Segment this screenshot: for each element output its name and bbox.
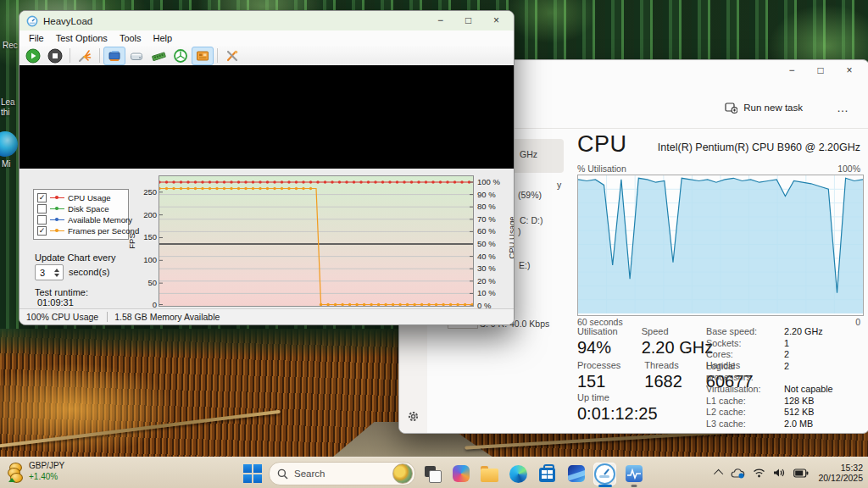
run-new-task-label: Run new task — [743, 103, 803, 113]
status-cpu-usage: 100% CPU Usage — [19, 312, 107, 322]
allocate-memory-icon[interactable] — [147, 47, 170, 65]
battery-icon[interactable] — [793, 469, 809, 478]
desktop-icon-learn-picture[interactable]: Lea — [1, 97, 15, 107]
fps-tick-0: 0 — [133, 300, 157, 309]
stepper-up-icon[interactable] — [54, 269, 59, 272]
minimize-icon[interactable]: − — [426, 12, 454, 30]
cpu-pct-tick-10: 10 % — [477, 288, 511, 297]
minimize-icon[interactable]: − — [777, 64, 806, 76]
widget-ticker-symbol: GBP/JPY — [29, 460, 64, 471]
taskbar-app-edge[interactable] — [507, 463, 530, 485]
render-test-icon[interactable] — [192, 47, 214, 65]
cpu-pct-tick-90: 90 % — [477, 190, 511, 199]
menu-item-tools[interactable]: Tools — [114, 33, 147, 43]
legend-row: ✓CPU Usage — [37, 192, 125, 203]
sidebar-disk0-sub-fragment: ) — [518, 226, 521, 236]
chart-legend: ✓CPU UsageDisk SpaceAvailable Memory✓Fra… — [33, 189, 129, 240]
maximize-icon[interactable]: □ — [806, 64, 835, 76]
cpu-pct-tick-80: 80 % — [477, 202, 511, 211]
more-options-button[interactable]: … — [830, 97, 855, 118]
legend-line-sample — [50, 230, 64, 231]
tray-chevron-up-icon[interactable] — [714, 469, 723, 479]
widgets-button[interactable]: GBP/JPY +1.40% — [7, 460, 64, 482]
spec-value: 2 — [784, 349, 789, 361]
stats-row-3: Up time0:01:12:25 — [577, 392, 658, 424]
cpu-page-title: CPU — [577, 131, 627, 158]
stress-gpu-icon[interactable] — [170, 47, 192, 65]
legend-checkbox[interactable] — [37, 204, 47, 214]
taskbar-app-wallet[interactable] — [565, 463, 587, 485]
spec-label: Logical processors: — [706, 361, 784, 384]
legend-label: CPU Usage — [68, 193, 111, 202]
stop-test-icon[interactable] — [44, 47, 66, 65]
settings-gear-icon[interactable] — [407, 410, 420, 423]
menu-item-file[interactable]: File — [23, 33, 50, 43]
cpu-pct-tick-40: 40 % — [477, 252, 511, 261]
write-disk-icon[interactable] — [125, 47, 147, 65]
settings-tools-icon[interactable] — [221, 47, 243, 65]
taskbar-app-heavyload-active[interactable] — [593, 463, 616, 485]
task-view-button[interactable] — [424, 465, 441, 482]
menu-item-test-options[interactable]: Test Options — [50, 33, 114, 43]
taskbar-app-task-manager[interactable] — [622, 463, 645, 485]
toolbar-separator — [70, 48, 70, 63]
legend-checkbox[interactable]: ✓ — [37, 226, 47, 236]
legend-checkbox[interactable] — [37, 215, 47, 225]
legend-dot — [55, 218, 58, 221]
run-new-task-icon — [725, 102, 737, 114]
close-icon[interactable]: × — [482, 12, 510, 30]
legend-dot — [55, 196, 58, 199]
search-box[interactable]: Search — [269, 462, 415, 485]
tray-time: 15:32 — [841, 463, 863, 473]
stepper-down-icon[interactable] — [54, 274, 59, 277]
close-icon[interactable]: × — [835, 64, 864, 76]
chart-axis-utilisation-label: % Utilisation — [577, 164, 626, 174]
spec-label: L1 cache: — [706, 396, 784, 408]
cpu-utilisation-chart[interactable] — [577, 175, 864, 316]
stress-burn-icon[interactable] — [74, 47, 96, 65]
stress-cpu-icon[interactable] — [103, 47, 125, 65]
wifi-icon[interactable] — [753, 468, 765, 478]
maximize-icon[interactable]: □ — [454, 12, 482, 30]
spec-label: L3 cache: — [706, 419, 784, 430]
legend-row: Disk Space — [37, 203, 125, 214]
taskbar-app-store[interactable] — [536, 463, 559, 485]
tray-clock[interactable]: 15:32 20/12/2025 — [818, 463, 863, 483]
spec-label: L2 cache: — [706, 407, 784, 419]
menu-item-help[interactable]: Help — [147, 33, 179, 43]
start-test-icon[interactable] — [22, 47, 44, 65]
stat-label: Threads — [644, 360, 682, 370]
legend-line-sample — [50, 208, 64, 209]
spec-value: Not capable — [784, 384, 833, 396]
stat-value: 1682 — [644, 372, 682, 391]
stat-value: 94% — [577, 338, 618, 358]
sidebar-memory-fragment[interactable]: y — [557, 180, 561, 190]
task-manager-icon — [626, 465, 643, 482]
spec-row: Base speed:2.20 GHz — [706, 326, 868, 338]
stat-label: Speed — [642, 326, 713, 336]
taskbar-app-microsoft-365[interactable] — [449, 463, 472, 485]
sidebar-cpu-fragment[interactable]: GHz — [520, 149, 537, 159]
test-runtime-value: 01:09:31 — [37, 297, 74, 308]
cpu-pct-tick-70: 70 % — [477, 214, 511, 224]
run-new-task-button[interactable]: Run new task — [718, 97, 810, 118]
sidebar-disk1-fragment[interactable]: E:) — [519, 260, 530, 270]
heavyload-titlebar[interactable]: HeavyLoad − □ × — [19, 11, 514, 30]
onedrive-cloud-icon[interactable] — [731, 468, 745, 479]
stat-label: Up time — [577, 392, 658, 402]
legend-checkbox[interactable]: ✓ — [37, 193, 47, 202]
volume-icon[interactable] — [773, 468, 786, 478]
microsoft-store-icon — [539, 468, 555, 482]
taskbar-app-file-explorer[interactable] — [478, 463, 501, 485]
desktop-icon-recycle-bin[interactable]: Rec — [3, 41, 18, 50]
sidebar-disk0-fragment[interactable]: C: D:) — [520, 215, 542, 225]
start-button[interactable] — [242, 463, 263, 485]
spec-row: Logical processors:2 — [706, 361, 868, 384]
update-interval-stepper[interactable]: 3 — [35, 264, 64, 280]
spec-label: Cores: — [706, 349, 784, 361]
menu-bar: FileTest OptionsToolsHelp — [19, 30, 514, 46]
cpu-spec-list: Base speed:2.20 GHzSockets:1Cores:2Logic… — [706, 326, 868, 430]
sidebar-memory-pct-fragment: (59%) — [518, 190, 542, 200]
update-chart-label: Update Chart every — [35, 252, 115, 263]
search-highlight-image[interactable] — [392, 463, 413, 484]
